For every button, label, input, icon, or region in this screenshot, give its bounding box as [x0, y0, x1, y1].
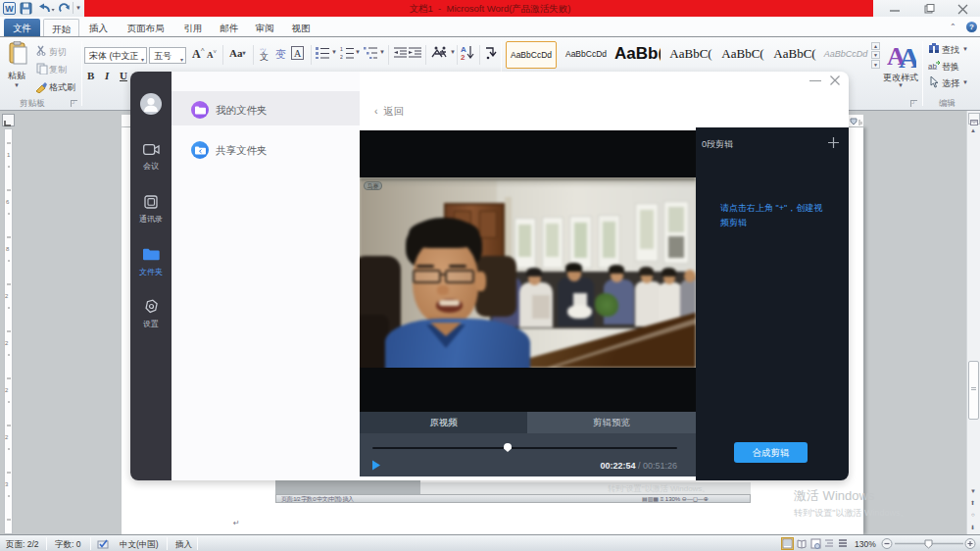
svg-text:3: 3: [5, 481, 9, 487]
svg-text:1: 1: [7, 152, 11, 158]
svg-text:2: 2: [461, 53, 466, 61]
svg-text:文: 文: [260, 52, 269, 61]
svg-text:1: 1: [340, 46, 343, 52]
svg-text:变: 变: [275, 48, 286, 60]
svg-text:6: 6: [6, 199, 10, 205]
svg-text:2: 2: [5, 340, 9, 346]
svg-text:8: 8: [6, 246, 10, 252]
svg-text:2: 2: [340, 54, 343, 59]
svg-text:2: 2: [5, 293, 9, 299]
svg-text:A: A: [899, 41, 916, 68]
svg-text:2: 2: [5, 387, 9, 393]
svg-text:2: 2: [5, 434, 9, 440]
